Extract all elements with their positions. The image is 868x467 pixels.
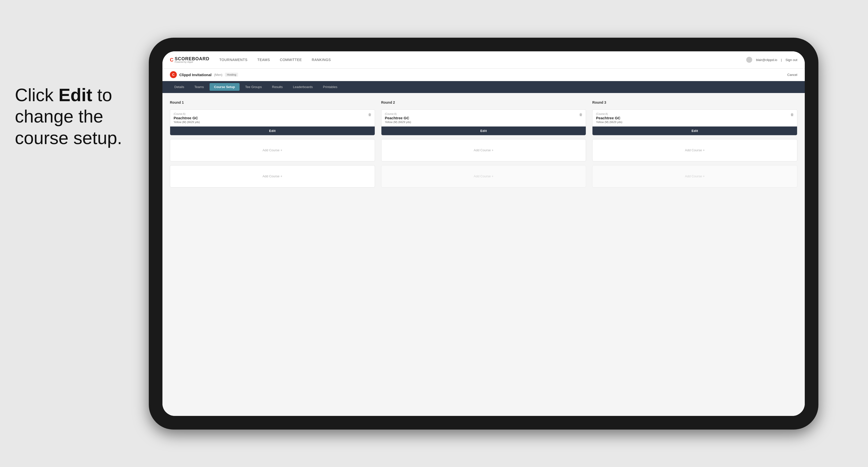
round-2-add-course-2: Add Course +	[381, 165, 586, 187]
round-1-label: Round 1	[170, 100, 375, 104]
round-3-add-course-1[interactable]: Add Course +	[592, 139, 797, 161]
tablet-screen: C SCOREBOARD Powered by clippd TOURNAMEN…	[162, 51, 805, 416]
rounds-grid: Round 1 (Course A) Peachtree GC Yellow (…	[170, 100, 797, 187]
round-2-course-label: (Course A)	[385, 113, 583, 115]
round-2-course-header: (Course A) Peachtree GC Yellow (M) (6629…	[381, 110, 586, 126]
round-2-delete-icon[interactable]: 🗑	[578, 112, 583, 117]
tab-bar: Details Teams Course Setup Tee Groups Re…	[162, 81, 805, 93]
round-3-course-name: Peachtree GC	[596, 116, 794, 120]
separator: |	[781, 58, 782, 62]
round-2-course-card: (Course A) Peachtree GC Yellow (M) (6629…	[381, 110, 586, 135]
round-3-column: Round 3 (Course A) Peachtree GC Yellow (…	[592, 100, 797, 187]
logo-icon: C	[170, 57, 173, 63]
nav-links: TOURNAMENTS TEAMS COMMITTEE RANKINGS	[219, 58, 331, 62]
round-3-add-course-1-text: Add Course +	[685, 148, 705, 152]
round-3-add-course-2: Add Course +	[592, 165, 797, 187]
round-3-course-detail: Yellow (M) (6629 yds)	[596, 121, 794, 124]
nav-committee[interactable]: COMMITTEE	[280, 58, 302, 62]
tab-leaderboards[interactable]: Leaderboards	[288, 83, 317, 91]
tournament-logo: C	[170, 71, 177, 78]
tab-teams[interactable]: Teams	[190, 83, 208, 91]
round-1-add-course-1-text: Add Course +	[262, 148, 282, 152]
round-3-course-card: (Course A) Peachtree GC Yellow (M) (6629…	[592, 110, 797, 135]
round-1-add-course-1[interactable]: Add Course +	[170, 139, 375, 161]
tab-results[interactable]: Results	[268, 83, 287, 91]
round-1-course-name: Peachtree GC	[174, 116, 371, 120]
sub-header: C Clippd Invitational (Men) Hosting Canc…	[162, 69, 805, 81]
round-2-edit-button[interactable]: Edit	[381, 126, 586, 135]
tournament-gender: (Men)	[214, 73, 222, 76]
main-content: Round 1 (Course A) Peachtree GC Yellow (…	[162, 93, 805, 416]
round-1-course-card: (Course A) Peachtree GC Yellow (M) (6629…	[170, 110, 375, 135]
round-1-column: Round 1 (Course A) Peachtree GC Yellow (…	[170, 100, 375, 187]
round-3-label: Round 3	[592, 100, 797, 104]
sign-out-link[interactable]: Sign out	[785, 58, 797, 62]
round-1-course-detail: Yellow (M) (6629 yds)	[174, 121, 371, 124]
round-2-label: Round 2	[381, 100, 586, 104]
tournament-info: C Clippd Invitational (Men) Hosting	[170, 71, 238, 78]
tournament-name: Clippd Invitational	[179, 73, 212, 77]
round-2-add-course-2-text: Add Course +	[474, 174, 494, 178]
round-3-edit-button[interactable]: Edit	[592, 126, 797, 135]
round-1-add-course-2[interactable]: Add Course +	[170, 165, 375, 187]
nav-right: blair@clippd.io | Sign out	[746, 57, 797, 63]
nav-teams[interactable]: TEAMS	[257, 58, 270, 62]
round-3-add-course-2-text: Add Course +	[685, 174, 705, 178]
round-2-add-course-1[interactable]: Add Course +	[381, 139, 586, 161]
round-1-add-course-2-text: Add Course +	[262, 174, 282, 178]
round-2-column: Round 2 (Course A) Peachtree GC Yellow (…	[381, 100, 586, 187]
cancel-button[interactable]: Cancel	[787, 73, 797, 76]
round-1-course-label: (Course A)	[174, 113, 371, 115]
round-2-course-name: Peachtree GC	[385, 116, 583, 120]
tab-printables[interactable]: Printables	[318, 83, 342, 91]
round-1-edit-button[interactable]: Edit	[170, 126, 375, 135]
instruction-block: Click Edit to change the course setup.	[15, 84, 122, 149]
top-nav: C SCOREBOARD Powered by clippd TOURNAMEN…	[162, 51, 805, 69]
nav-tournaments[interactable]: TOURNAMENTS	[219, 58, 247, 62]
round-3-delete-icon[interactable]: 🗑	[789, 112, 795, 117]
round-3-course-label: (Course A)	[596, 113, 794, 115]
instruction-bold: Edit	[59, 85, 92, 105]
tablet-frame: C SCOREBOARD Powered by clippd TOURNAMEN…	[149, 38, 818, 430]
round-2-add-course-1-text: Add Course +	[474, 148, 494, 152]
round-1-course-header: (Course A) Peachtree GC Yellow (M) (6629…	[170, 110, 375, 126]
tab-course-setup[interactable]: Course Setup	[210, 83, 240, 91]
nav-rankings[interactable]: RANKINGS	[312, 58, 331, 62]
user-avatar	[746, 57, 752, 63]
round-2-course-detail: Yellow (M) (6629 yds)	[385, 121, 583, 124]
round-3-course-header: (Course A) Peachtree GC Yellow (M) (6629…	[592, 110, 797, 126]
nav-left: C SCOREBOARD Powered by clippd TOURNAMEN…	[170, 56, 331, 63]
logo-text: SCOREBOARD	[175, 56, 209, 61]
logo: C SCOREBOARD Powered by clippd	[170, 56, 209, 63]
user-email: blair@clippd.io	[756, 58, 777, 62]
hosting-badge: Hosting	[225, 73, 238, 76]
round-1-delete-icon[interactable]: 🗑	[367, 112, 372, 117]
logo-text-block: SCOREBOARD Powered by clippd	[175, 56, 209, 63]
tab-details[interactable]: Details	[170, 83, 189, 91]
tab-tee-groups[interactable]: Tee Groups	[241, 83, 266, 91]
